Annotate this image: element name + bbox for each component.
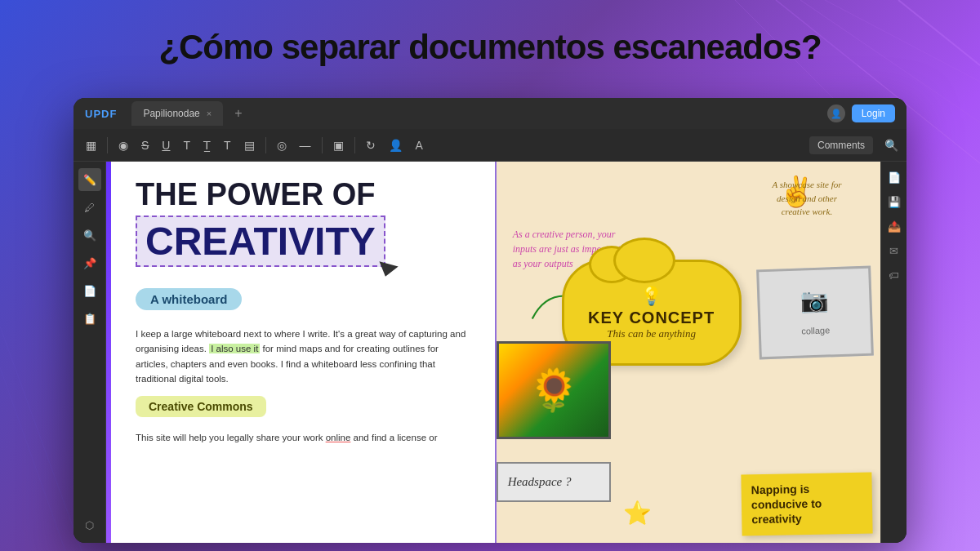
sidebar-icon-edit[interactable]: ✏️ (78, 168, 101, 191)
doc-body-text-2: This site will help you legally share yo… (136, 430, 469, 445)
toolbar-underline-icon[interactable]: U (158, 136, 174, 155)
showcase-text: A showcase site fordesign and othercreat… (742, 178, 872, 219)
document-left-page: THE POWER OF CREATIVITY A whiteboard I k… (106, 162, 497, 543)
key-concept-title: KEY CONCEPT (588, 309, 715, 327)
svg-line-7 (0, 367, 65, 551)
headspace-sticky: Headspace ? (497, 462, 611, 502)
right-panel: 📄 💾 📤 ✉ 🏷 (880, 162, 906, 543)
doc-title-line1: THE POWER OF (136, 178, 475, 212)
tab-add-icon[interactable]: + (234, 106, 242, 121)
creative-commons-badge: Creative Commons (136, 396, 266, 417)
toolbar-square-icon[interactable]: ▣ (329, 136, 348, 155)
sidebar-icon-bookmark[interactable]: 📌 (78, 251, 101, 274)
sunflower-image: 🌻 (497, 341, 611, 439)
photo-collage: 📷collage (756, 266, 874, 360)
doc-body-text-1: I keep a large whiteboard next to where … (136, 327, 469, 387)
lightbulb-icon: 💡 (640, 286, 662, 307)
page-title: ¿Cómo separar documentos escaneados? (158, 28, 821, 67)
left-sidebar: ✏️ 🖊 🔍 📌 📄 📋 ⬡ (74, 162, 106, 543)
cursor-icon (376, 261, 398, 279)
highlighted-text: I also use it (209, 344, 260, 353)
napping-sticky-note: Napping is conducive to creativity (741, 473, 872, 535)
toolbar-sep-2 (265, 137, 266, 153)
active-tab[interactable]: Papilionodae × (131, 101, 223, 126)
doc-title-line2: CREATIVITY (136, 216, 385, 267)
key-concept-sub: This can be anything (607, 327, 696, 340)
login-button[interactable]: Login (852, 104, 895, 122)
sidebar-icon-layers[interactable]: ⬡ (78, 513, 101, 536)
whiteboard-badge: A whiteboard (136, 288, 242, 310)
sidebar-icon-doc[interactable]: 📋 (78, 307, 101, 330)
toolbar-sep-3 (322, 137, 323, 153)
right-panel-tag-icon[interactable]: 🏷 (885, 266, 903, 284)
underlined-text: online (326, 433, 351, 442)
right-panel-mail-icon[interactable]: ✉ (885, 242, 903, 260)
toolbar-arc-icon[interactable]: ◉ (114, 136, 132, 155)
toolbar-search-icon[interactable]: 🔍 (884, 139, 898, 152)
user-avatar: 👤 (827, 104, 845, 122)
app-logo: UPDF (85, 108, 117, 120)
toolbar: ▦ ◉ S U T T̲ T ▤ ◎ — ▣ ↻ 👤 A Comments 🔍 (74, 129, 906, 162)
star-decoration: ⭐ (623, 500, 652, 527)
document-right-page: ✌️ A showcase site fordesign and othercr… (497, 162, 880, 543)
toolbar-rotate-icon[interactable]: ↻ (362, 136, 380, 155)
title-bar: UPDF Papilionodae × + 👤 Login (74, 98, 906, 129)
toolbar-strikethrough-icon[interactable]: S (137, 136, 153, 155)
headspace-label: Headspace ? (508, 475, 572, 488)
toolbar-text-icon[interactable]: ▦ (82, 136, 100, 155)
toolbar-sep-4 (354, 137, 355, 153)
main-content: ✏️ 🖊 🔍 📌 📄 📋 ⬡ THE POWER OF CREATIVITY (74, 162, 906, 543)
sunflower-icon: 🌻 (499, 344, 608, 437)
napping-text: Napping is conducive to creativity (751, 481, 863, 527)
toolbar-text-t2-icon[interactable]: T (220, 136, 235, 155)
photo-icon: 📷collage (800, 286, 830, 340)
toolbar-text-box-icon[interactable]: T̲ (199, 136, 215, 155)
toolbar-table-icon[interactable]: ▤ (240, 136, 259, 155)
toolbar-line-icon[interactable]: — (296, 136, 315, 155)
highlight-bar (106, 162, 111, 543)
toolbar-text-t-icon[interactable]: T (179, 136, 194, 155)
app-window: UPDF Papilionodae × + 👤 Login ▦ ◉ S U T … (74, 98, 906, 543)
sidebar-icon-highlight[interactable]: 🖊 (78, 196, 101, 219)
sidebar-icon-search[interactable]: 🔍 (78, 224, 101, 247)
right-panel-export-icon[interactable]: 📤 (885, 217, 903, 235)
right-panel-save-icon[interactable]: 💾 (885, 193, 903, 211)
tab-label: Papilionodae (143, 108, 199, 119)
svg-line-6 (0, 327, 82, 551)
tab-close-icon[interactable]: × (207, 109, 212, 118)
right-panel-doc-icon[interactable]: 📄 (885, 168, 903, 186)
title-bar-right: 👤 Login (827, 104, 895, 122)
toolbar-stamp-icon[interactable]: ◎ (273, 136, 291, 155)
comments-label[interactable]: Comments (809, 136, 873, 154)
toolbar-sep-1 (107, 137, 108, 153)
document-area: THE POWER OF CREATIVITY A whiteboard I k… (106, 162, 880, 543)
toolbar-font-icon[interactable]: A (412, 136, 427, 155)
toolbar-user-icon[interactable]: 👤 (385, 136, 407, 155)
page-title-bar: ¿Cómo separar documentos escaneados? (0, 0, 980, 94)
sidebar-icon-pages[interactable]: 📄 (78, 279, 101, 302)
sidebar-bottom: ⬡ (78, 513, 101, 536)
